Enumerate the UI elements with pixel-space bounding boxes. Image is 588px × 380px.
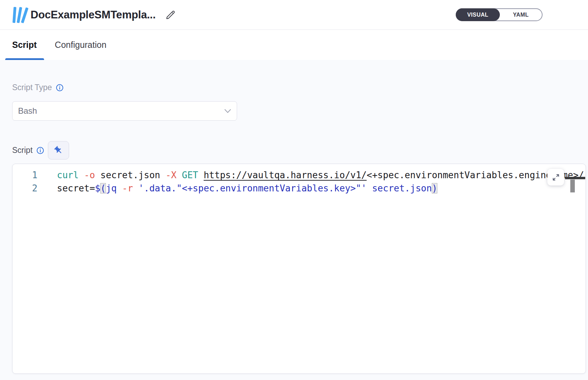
script-code-editor[interactable]: 1curl -o secret.json -X GET https://vaul… xyxy=(12,164,586,374)
code-token: $ xyxy=(95,183,101,193)
scroll-marker xyxy=(565,177,585,179)
tab-bar: Script Configuration xyxy=(0,30,588,60)
code-token: -r xyxy=(122,183,133,193)
script-field-label: Script xyxy=(12,141,69,159)
code-token: '.data."<+spec.environmentVariables.key>… xyxy=(138,183,367,193)
code-token: GET xyxy=(182,170,198,180)
code-line: 1curl -o secret.json -X GET https://vaul… xyxy=(12,169,586,182)
code-token: jq xyxy=(106,183,122,193)
code-token xyxy=(198,170,204,180)
tab-script[interactable]: Script xyxy=(12,40,37,50)
pencil-icon xyxy=(164,9,176,21)
code-lines: 1curl -o secret.json -X GET https://vaul… xyxy=(12,164,586,195)
template-library-icon xyxy=(12,6,26,24)
code-token: secret.json xyxy=(367,183,432,193)
expand-icon xyxy=(552,173,560,181)
code-token xyxy=(133,183,138,193)
code-token xyxy=(79,170,84,180)
pushpin-icon xyxy=(54,146,63,155)
script-panel: Script Type Bash Script xyxy=(0,60,588,380)
code-token: -o xyxy=(84,170,95,180)
chevron-down-icon xyxy=(224,109,231,113)
toggle-yaml[interactable]: YAML xyxy=(500,9,542,20)
info-icon[interactable] xyxy=(56,84,64,92)
scrollbar-thumb[interactable] xyxy=(570,180,575,192)
expand-editor-button[interactable] xyxy=(547,169,564,185)
edit-title-button[interactable] xyxy=(163,8,177,22)
code-token xyxy=(176,170,182,180)
code-token: ) xyxy=(432,183,437,193)
code-token: https://vaultqa.harness.io/v1/ xyxy=(204,170,367,180)
pin-script-button[interactable] xyxy=(48,141,69,159)
code-line: 2secret=$(jq -r '.data."<+spec.environme… xyxy=(12,182,586,195)
script-type-label: Script Type xyxy=(12,83,52,92)
header: DocExampleSMTempla... VISUAL YAML xyxy=(0,0,588,30)
script-type-value: Bash xyxy=(18,106,224,116)
code-token: secret.json xyxy=(95,170,166,180)
tab-configuration[interactable]: Configuration xyxy=(55,40,107,50)
code-text: secret=$(jq -r '.data."<+spec.environmen… xyxy=(57,182,437,195)
code-token: -X xyxy=(166,170,176,180)
visual-yaml-toggle: VISUAL YAML xyxy=(456,8,543,21)
script-label: Script xyxy=(12,146,33,155)
info-icon[interactable] xyxy=(36,146,44,155)
line-number: 1 xyxy=(12,169,37,182)
code-token: curl xyxy=(57,170,79,180)
line-number: 2 xyxy=(12,182,37,195)
code-token: ( xyxy=(100,183,106,193)
page-title: DocExampleSMTempla... xyxy=(31,9,156,21)
code-token: secret= xyxy=(57,183,95,193)
script-type-field-label: Script Type xyxy=(12,83,64,92)
script-type-select[interactable]: Bash xyxy=(12,101,237,121)
toggle-visual[interactable]: VISUAL xyxy=(456,8,500,21)
code-text: curl -o secret.json -X GET https://vault… xyxy=(57,169,584,182)
